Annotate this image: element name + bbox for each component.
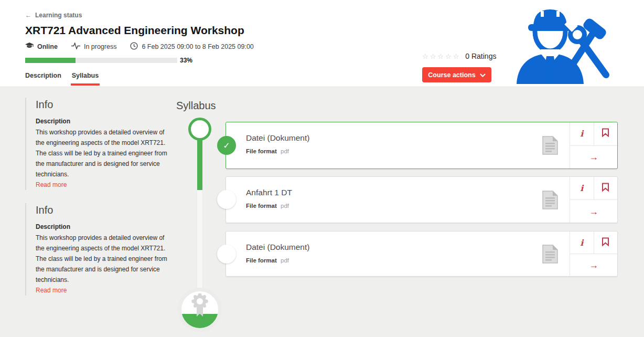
file-format-value: pdf	[281, 257, 289, 264]
item-file-line: File format pdf	[246, 148, 542, 154]
document-icon	[542, 231, 570, 276]
ratings-count: 0 Ratings	[465, 52, 496, 60]
document-icon	[542, 177, 570, 223]
item-open-button[interactable]: →	[570, 254, 617, 276]
item-bookmark-button[interactable]	[594, 231, 618, 254]
page-title: XRT721 Advanced Engineering Workshop	[25, 24, 244, 37]
item-body: Anfahrt 1 DT File format pdf	[226, 177, 542, 223]
delivery-type: Online	[25, 43, 58, 51]
item-pending-dot	[217, 245, 236, 264]
chevron-down-icon	[480, 71, 486, 79]
item-pending-dot	[217, 190, 236, 209]
item-actions: i →	[570, 122, 617, 168]
syllabus-item-card[interactable]: Datei (Dokument) File format pdf i	[226, 122, 618, 169]
open-arrow-icon: →	[589, 207, 598, 216]
item-actions: i →	[570, 177, 617, 223]
course-tabs: Description Syllabus	[25, 72, 99, 86]
info-icon: i	[580, 183, 583, 193]
star-icon: ☆	[445, 52, 452, 60]
course-page: ← Learning status XRT721 Advanced Engine…	[0, 0, 644, 337]
timeline-start-node	[188, 118, 211, 141]
course-status: In progress	[71, 43, 117, 51]
info-heading: Info	[36, 99, 172, 111]
progress-percent: 33%	[180, 57, 192, 64]
star-icon: ☆	[430, 52, 436, 60]
file-format-label: File format	[246, 148, 277, 154]
item-bookmark-button[interactable]	[594, 177, 618, 199]
item-body: Datei (Dokument) File format pdf	[226, 231, 542, 276]
status-label: In progress	[84, 43, 117, 50]
progress-fill	[25, 58, 76, 63]
award-rosette-icon	[190, 293, 209, 320]
info-icon: i	[580, 238, 583, 248]
delivery-label: Online	[37, 43, 58, 50]
document-icon	[542, 122, 570, 168]
completion-badge	[178, 288, 222, 332]
read-more-link[interactable]: Read more	[36, 287, 67, 294]
info-sidebar: Info Description This workshop provides …	[25, 98, 172, 309]
star-icon: ☆	[437, 52, 444, 60]
item-open-button[interactable]: →	[570, 146, 617, 169]
back-link-label: Learning status	[35, 12, 82, 19]
info-section: Info Description This workshop provides …	[25, 203, 172, 296]
open-arrow-icon: →	[589, 152, 598, 162]
item-info-button[interactable]: i	[570, 177, 594, 199]
star-icon: ☆	[453, 52, 459, 60]
back-link[interactable]: ← Learning status	[25, 12, 82, 19]
info-subheading: Description	[36, 223, 172, 230]
syllabus-item-card[interactable]: Anfahrt 1 DT File format pdf i →	[226, 176, 618, 223]
file-format-label: File format	[246, 203, 277, 209]
bookmark-icon	[602, 183, 609, 194]
info-icon: i	[580, 129, 583, 139]
syllabus-item-card[interactable]: Datei (Dokument) File format pdf i	[226, 231, 618, 277]
file-format-value: pdf	[281, 148, 289, 154]
course-dates: 6 Feb 2025 09:00 to 8 Feb 2025 09:00	[130, 42, 253, 51]
info-description-text: This workshop provides a detailed overvi…	[36, 233, 168, 285]
info-heading: Info	[36, 204, 172, 216]
tab-description[interactable]: Description	[25, 72, 61, 86]
check-icon: ✓	[223, 141, 230, 151]
item-bookmark-button[interactable]	[594, 122, 618, 145]
timeline-progress-line	[197, 140, 202, 190]
timeline-remaining-line	[197, 190, 202, 291]
star-icon: ☆	[422, 52, 428, 60]
open-arrow-icon: →	[589, 260, 598, 270]
file-format-label: File format	[246, 257, 277, 264]
bookmark-icon	[602, 128, 609, 139]
item-title: Datei (Dokument)	[246, 133, 542, 143]
syllabus-heading: Syllabus	[176, 100, 216, 112]
course-actions-button[interactable]: Course actions	[422, 67, 491, 82]
read-more-link[interactable]: Read more	[36, 181, 67, 188]
item-title: Datei (Dokument)	[246, 243, 542, 252]
file-format-value: pdf	[281, 203, 289, 209]
date-range-label: 6 Feb 2025 09:00 to 8 Feb 2025 09:00	[142, 43, 253, 50]
active-tab-underline	[71, 83, 100, 86]
info-description-text: This workshop provides a detailed overvi…	[36, 127, 168, 180]
info-section: Info Description This workshop provides …	[25, 98, 172, 190]
progress-bar	[25, 58, 177, 63]
item-file-line: File format pdf	[246, 257, 542, 264]
graduation-cap-icon	[25, 43, 34, 51]
tab-description-label: Description	[25, 72, 61, 79]
back-arrow-icon: ←	[25, 12, 31, 19]
course-meta: Online In progress 6 Feb 2025 09:00 to 8…	[25, 42, 254, 51]
info-subheading: Description	[36, 118, 172, 125]
item-file-line: File format pdf	[246, 203, 542, 209]
item-info-button[interactable]: i	[570, 122, 594, 145]
item-info-button[interactable]: i	[570, 231, 594, 254]
engineer-illustration	[511, 4, 611, 84]
item-title: Anfahrt 1 DT	[246, 188, 542, 197]
item-open-button[interactable]: →	[570, 200, 617, 223]
tab-syllabus-label: Syllabus	[72, 72, 99, 79]
activity-pulse-icon	[71, 43, 80, 51]
clock-icon	[130, 42, 138, 51]
item-actions: i →	[570, 231, 617, 276]
item-body: Datei (Dokument) File format pdf	[226, 122, 542, 168]
ratings-summary: ☆ ☆ ☆ ☆ ☆ 0 Ratings	[422, 52, 496, 60]
course-actions-label: Course actions	[428, 71, 475, 79]
bookmark-icon	[602, 237, 609, 248]
tab-syllabus[interactable]: Syllabus	[72, 72, 99, 86]
star-rating: ☆ ☆ ☆ ☆ ☆	[422, 52, 459, 60]
item-completed-check: ✓	[217, 136, 236, 155]
